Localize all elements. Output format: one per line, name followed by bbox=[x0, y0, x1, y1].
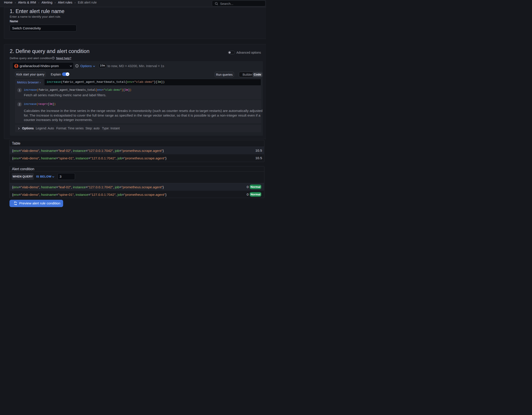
svg-text:?: ? bbox=[53, 57, 54, 59]
